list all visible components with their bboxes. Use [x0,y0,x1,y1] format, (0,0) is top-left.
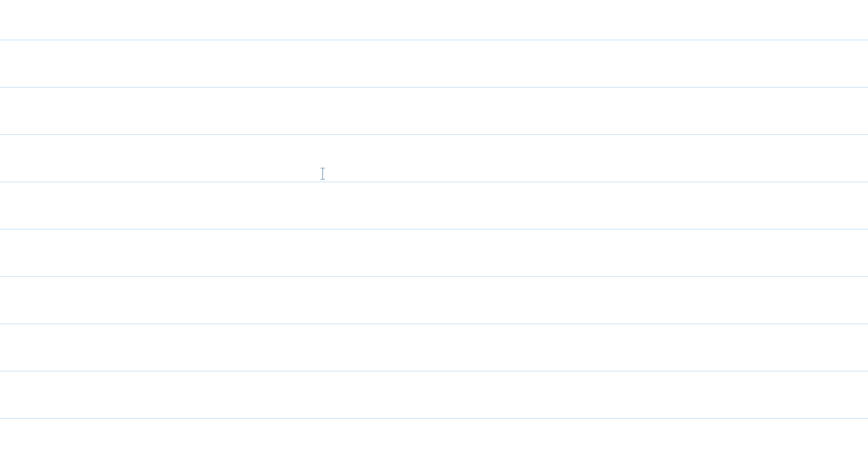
rule-line [0,418,868,419]
rule-line [0,87,868,88]
rule-line [0,371,868,372]
text-cursor [322,168,323,180]
rule-line [0,181,868,182]
ruled-notebook-page [0,0,868,461]
rule-line [0,229,868,230]
rule-line [0,323,868,324]
rule-line [0,40,868,40]
writing-area[interactable] [0,0,868,461]
rule-line [0,276,868,277]
rule-line [0,134,868,135]
